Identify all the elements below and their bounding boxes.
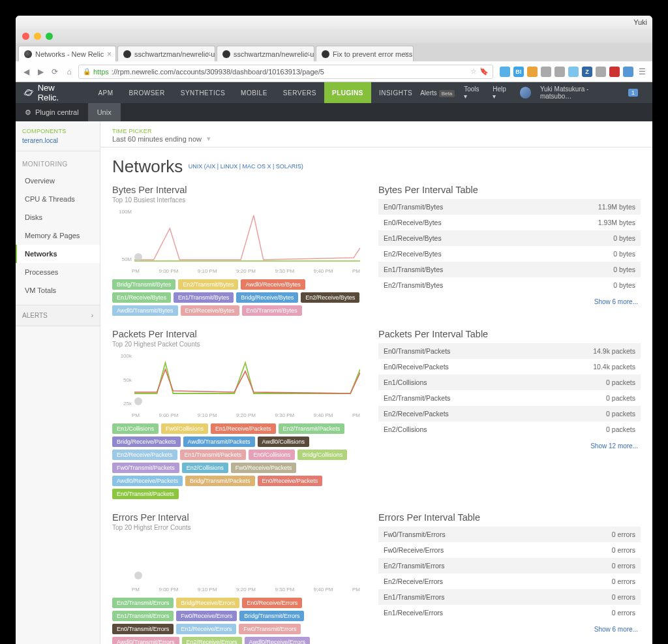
legend-chip[interactable]: Bridg/Collisions bbox=[297, 450, 347, 460]
show-more-link[interactable]: Show 6 more... bbox=[378, 293, 641, 305]
legend-chip[interactable]: Awdl0/Receive/Errors bbox=[245, 637, 310, 644]
legend-chip[interactable]: Bridg/Receive/Errors bbox=[176, 598, 239, 608]
table-row[interactable]: En1/Transmit/Bytes0 bytes bbox=[378, 262, 641, 277]
legend-chip[interactable]: Awdl0/Transmit/Bytes bbox=[112, 305, 178, 316]
bookmark-icon[interactable]: 🔖 bbox=[479, 67, 489, 76]
browser-tab[interactable]: sschwartzman/newrelic-u…× bbox=[217, 46, 314, 61]
legend-chip[interactable]: En0/Receive/Bytes bbox=[181, 305, 239, 316]
table-row[interactable]: En0/Receive/Bytes1.93M bytes bbox=[378, 215, 641, 230]
table-row[interactable]: En2/Receive/Bytes0 bytes bbox=[378, 246, 641, 262]
legend-chip[interactable]: En2/Transmit/Errors bbox=[112, 598, 174, 608]
sidebar-item-processes[interactable]: Processes bbox=[16, 263, 100, 281]
legend-chip[interactable]: En1/Receive/Packets bbox=[211, 423, 276, 434]
table-row[interactable]: Fw0/Receive/Errors0 errors bbox=[378, 542, 641, 558]
nav-browser[interactable]: BROWSER bbox=[121, 82, 173, 103]
legend-chip[interactable]: Awdl0/Receive/Bytes bbox=[241, 279, 305, 290]
scrubber-handle[interactable] bbox=[134, 253, 142, 261]
ext-icon-z[interactable]: Z bbox=[582, 67, 592, 77]
legend-chip[interactable]: En0/Collisions bbox=[249, 450, 295, 460]
legend-chip[interactable]: En0/Transmit/Bytes bbox=[242, 305, 302, 316]
window-minimize-button[interactable] bbox=[34, 33, 41, 40]
chart-area[interactable]: 100M50M PM9:00 PM9:10 PM9:20 PM9:30 PM9:… bbox=[112, 209, 360, 274]
legend-chip[interactable]: En0/Receive/Packets bbox=[258, 476, 323, 486]
ext-icon[interactable] bbox=[527, 67, 538, 77]
sidebar-item-disks[interactable]: Disks bbox=[16, 208, 100, 226]
legend-chip[interactable]: Fw0/Transmit/Errors bbox=[239, 624, 301, 634]
home-button[interactable]: ⌂ bbox=[64, 67, 74, 77]
legend-chip[interactable]: En1/Transmit/Packets bbox=[180, 450, 247, 460]
ext-icon[interactable] bbox=[541, 67, 551, 77]
legend-chip[interactable]: En1/Collisions bbox=[112, 423, 159, 434]
sidebar-item-cpu-threads[interactable]: CPU & Threads bbox=[16, 190, 100, 208]
legend-chip[interactable]: Awdl0/Collisions bbox=[258, 437, 309, 447]
table-row[interactable]: En1/Transmit/Errors0 errors bbox=[378, 589, 641, 605]
avatar[interactable] bbox=[520, 87, 531, 99]
browser-tab[interactable]: Fix to prevent error mess…× bbox=[316, 46, 414, 61]
notification-badge[interactable]: 1 bbox=[628, 89, 638, 97]
legend-chip[interactable]: Awdl0/Transmit/Errors bbox=[112, 637, 179, 644]
table-row[interactable]: En1/Receive/Bytes0 bytes bbox=[378, 230, 641, 246]
table-row[interactable]: En2/Transmit/Bytes0 bytes bbox=[378, 277, 641, 293]
legend-chip[interactable]: Bridg/Transmit/Packets bbox=[185, 476, 255, 486]
legend-chip[interactable]: En0/Receive/Errors bbox=[242, 598, 302, 608]
table-row[interactable]: En2/Receive/Packets0 packets bbox=[378, 406, 641, 422]
browser-tab[interactable]: sschwartzman/newrelic-u…× bbox=[117, 46, 215, 61]
nav-insights[interactable]: INSIGHTS bbox=[371, 82, 420, 103]
legend-chip[interactable]: En0/Transmit/Errors bbox=[112, 624, 174, 634]
legend-chip[interactable]: Awdl0/Transmit/Packets bbox=[183, 437, 255, 447]
subnav-unix[interactable]: Unix bbox=[88, 103, 121, 121]
ext-icon[interactable] bbox=[554, 67, 565, 77]
sidebar-alerts[interactable]: ALERTS › bbox=[16, 305, 100, 326]
window-zoom-button[interactable] bbox=[46, 33, 53, 40]
ext-icon[interactable] bbox=[568, 67, 579, 77]
legend-chip[interactable]: Bridg/Transmit/Bytes bbox=[112, 279, 175, 290]
ext-icon[interactable] bbox=[500, 67, 510, 77]
ext-icon-ublock[interactable] bbox=[609, 67, 620, 77]
table-row[interactable]: En1/Collisions0 packets bbox=[378, 375, 641, 390]
legend-chip[interactable]: Fw0/Receive/Errors bbox=[176, 611, 237, 621]
alerts-link[interactable]: AlertsBeta bbox=[420, 89, 455, 97]
legend-chip[interactable]: En0/Transmit/Packets bbox=[112, 489, 179, 499]
table-row[interactable]: En0/Transmit/Packets14.9k packets bbox=[378, 343, 641, 359]
forward-button[interactable]: ▶ bbox=[35, 67, 46, 77]
nav-mobile[interactable]: MOBILE bbox=[233, 82, 275, 103]
show-more-link[interactable]: Show 12 more... bbox=[378, 437, 641, 450]
newrelic-logo[interactable]: New Relic. bbox=[23, 83, 77, 102]
table-row[interactable]: En2/Receive/Errors0 errors bbox=[378, 574, 641, 589]
plugin-central-link[interactable]: ⚙ Plugin central bbox=[16, 103, 88, 121]
scrubber-handle[interactable] bbox=[134, 572, 142, 579]
chart-area[interactable]: 100k50k25k PM9:00 PM9:10 PM9:20 PM9:30 P… bbox=[112, 353, 360, 418]
close-tab-icon[interactable]: × bbox=[107, 50, 112, 59]
table-row[interactable]: En0/Receive/Packets10.4k packets bbox=[378, 359, 641, 375]
user-menu[interactable]: Yuki Matsukura - matsubo… bbox=[540, 85, 619, 100]
table-row[interactable]: En0/Transmit/Bytes11.9M bytes bbox=[378, 199, 641, 215]
sidebar-item-overview[interactable]: Overview bbox=[16, 172, 100, 190]
table-row[interactable]: En2/Transmit/Packets0 packets bbox=[378, 390, 641, 406]
nav-synthetics[interactable]: SYNTHETICS bbox=[173, 82, 233, 103]
legend-chip[interactable]: En2/Transmit/Bytes bbox=[178, 279, 238, 290]
legend-chip[interactable]: Fw0/Transmit/Packets bbox=[112, 463, 179, 473]
ext-icon-hatena[interactable]: B! bbox=[513, 67, 524, 77]
legend-chip[interactable]: Bridg/Receive/Packets bbox=[112, 437, 181, 447]
table-row[interactable]: Fw0/Transmit/Errors0 errors bbox=[378, 527, 641, 542]
nav-servers[interactable]: SERVERS bbox=[275, 82, 324, 103]
legend-chip[interactable]: En1/Transmit/Errors bbox=[112, 611, 174, 621]
chrome-menu-icon[interactable]: ☰ bbox=[637, 67, 647, 77]
ext-icon[interactable] bbox=[596, 67, 606, 77]
legend-chip[interactable]: Fw0/Collisions bbox=[161, 423, 208, 434]
time-picker[interactable]: TIME PICKER Last 60 minutes ending now▾ bbox=[100, 121, 652, 147]
tools-menu[interactable]: Tools ▾ bbox=[464, 85, 483, 100]
close-tab-icon[interactable]: × bbox=[404, 50, 409, 59]
sidebar-item-vm-totals[interactable]: VM Totals bbox=[16, 281, 100, 299]
close-tab-icon[interactable]: × bbox=[305, 50, 310, 59]
reload-button[interactable]: ⟳ bbox=[50, 67, 60, 77]
table-row[interactable]: En1/Receive/Errors0 errors bbox=[378, 605, 641, 621]
scrubber-handle[interactable] bbox=[134, 397, 142, 405]
nav-apm[interactable]: APM bbox=[90, 82, 121, 103]
sidebar-item-memory-pages[interactable]: Memory & Pages bbox=[16, 226, 100, 245]
nav-plugins[interactable]: PLUGINS bbox=[324, 82, 371, 103]
legend-chip[interactable]: En2/Transmit/Packets bbox=[279, 423, 345, 434]
sidebar-host[interactable]: teraren.local bbox=[16, 137, 100, 151]
legend-chip[interactable]: Awdl0/Receive/Packets bbox=[112, 476, 183, 486]
legend-chip[interactable]: En1/Receive/Errors bbox=[176, 624, 236, 634]
